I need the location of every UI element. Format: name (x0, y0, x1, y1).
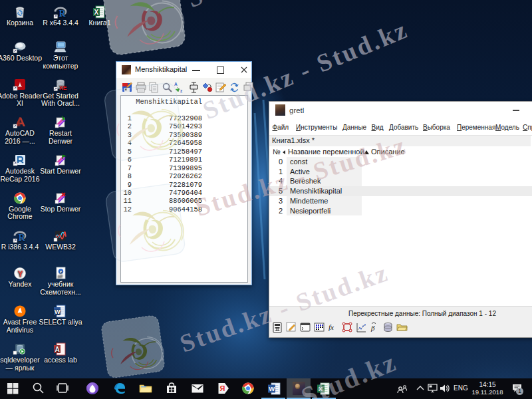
svg-text:Я: Я (220, 384, 225, 392)
svg-text:Y: Y (18, 269, 23, 279)
svg-text:fx: fx (329, 323, 334, 331)
svg-text:β: β (370, 324, 375, 332)
svg-text:A: A (55, 346, 60, 353)
svg-text:R: R (19, 232, 26, 242)
svg-text:XE: XE (59, 84, 67, 91)
svg-text:R: R (59, 9, 66, 19)
svg-text:pdf: pdf (58, 274, 63, 278)
svg-text:W: W (55, 309, 61, 315)
svg-text:W: W (269, 385, 275, 392)
svg-text:X: X (319, 385, 323, 392)
